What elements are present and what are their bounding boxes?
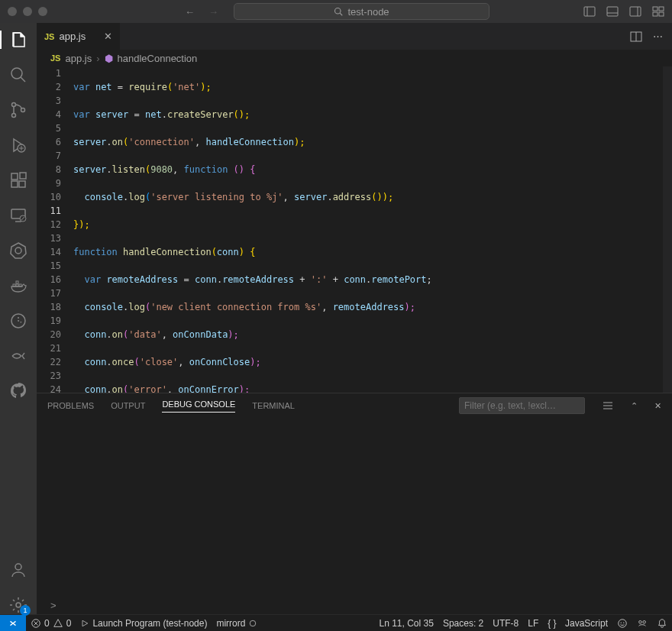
status-mirrord[interactable]: mirrord bbox=[212, 618, 262, 629]
github-icon[interactable] bbox=[0, 382, 37, 400]
svg-point-35 bbox=[15, 564, 21, 570]
chevron-right-icon: › bbox=[96, 53, 99, 64]
more-actions-icon[interactable]: ⋯ bbox=[653, 31, 663, 42]
status-launch[interactable]: Launch Program (test-node) bbox=[76, 618, 212, 629]
titlebar: ← → test-node bbox=[0, 0, 672, 23]
layout-customize-icon[interactable] bbox=[652, 5, 664, 18]
close-tab-icon[interactable]: ✕ bbox=[104, 31, 112, 42]
tab-output[interactable]: OUTPUT bbox=[111, 401, 145, 410]
close-panel-icon[interactable]: ✕ bbox=[654, 401, 661, 411]
svg-rect-33 bbox=[16, 281, 18, 283]
svg-point-0 bbox=[335, 8, 341, 15]
live-share-icon[interactable] bbox=[0, 312, 37, 330]
kubernetes-icon[interactable] bbox=[0, 241, 37, 260]
svg-point-12 bbox=[11, 68, 22, 79]
svg-rect-22 bbox=[19, 181, 25, 187]
extensions-icon[interactable] bbox=[0, 171, 37, 189]
minimap[interactable] bbox=[663, 66, 672, 393]
debug-repl[interactable]: > bbox=[37, 596, 672, 614]
status-language[interactable]: { } JavaScript bbox=[543, 618, 612, 629]
settings-icon[interactable] bbox=[0, 596, 37, 614]
nav-forward-icon[interactable]: → bbox=[208, 6, 218, 18]
status-prettier-icon[interactable] bbox=[632, 618, 652, 629]
svg-point-49 bbox=[639, 620, 642, 623]
chevron-up-icon[interactable]: ⌃ bbox=[631, 401, 638, 411]
svg-rect-21 bbox=[11, 181, 18, 187]
circle-icon bbox=[248, 619, 257, 628]
search-icon bbox=[334, 7, 343, 16]
settings-icon[interactable] bbox=[602, 400, 614, 412]
js-file-icon: JS bbox=[44, 32, 54, 41]
tab-debug-console[interactable]: DEBUG CONSOLE bbox=[162, 400, 235, 413]
status-bar: 0 0 Launch Program (test-node) mirrord L… bbox=[0, 614, 672, 631]
svg-rect-6 bbox=[630, 7, 641, 16]
breadcrumb[interactable]: JS app.js › ⬢ handleConnection bbox=[37, 50, 672, 66]
panel: PROBLEMS OUTPUT DEBUG CONSOLE TERMINAL ⌃… bbox=[37, 393, 672, 614]
tab-app-js[interactable]: JS app.js ✕ bbox=[37, 23, 121, 50]
maximize-window[interactable] bbox=[38, 7, 47, 16]
svg-rect-2 bbox=[584, 7, 595, 16]
svg-point-50 bbox=[643, 620, 646, 623]
layout-sidebar-right-icon[interactable] bbox=[629, 5, 641, 18]
editor-tabs: JS app.js ✕ ⋯ bbox=[37, 23, 672, 50]
svg-point-16 bbox=[21, 108, 25, 112]
remote-explorer-icon[interactable] bbox=[0, 206, 37, 225]
tab-label: app.js bbox=[59, 31, 86, 42]
svg-rect-11 bbox=[659, 12, 664, 16]
status-ln-col[interactable]: Ln 11, Col 35 bbox=[374, 618, 438, 629]
activity-bar bbox=[0, 23, 37, 614]
code-content[interactable]: var net = require('net'); var server = n… bbox=[73, 66, 672, 393]
status-errors[interactable]: 0 0 bbox=[26, 618, 76, 629]
svg-marker-28 bbox=[11, 243, 26, 258]
svg-point-36 bbox=[16, 603, 21, 607]
tab-problems[interactable]: PROBLEMS bbox=[47, 401, 94, 410]
window-controls bbox=[8, 7, 47, 16]
close-window[interactable] bbox=[8, 7, 17, 16]
filter-input[interactable] bbox=[459, 397, 585, 414]
tab-terminal[interactable]: TERMINAL bbox=[252, 401, 295, 410]
svg-rect-9 bbox=[659, 7, 664, 11]
svg-point-48 bbox=[623, 622, 624, 623]
breadcrumb-file: app.js bbox=[65, 53, 92, 64]
svg-line-13 bbox=[21, 77, 25, 82]
gitlens-icon[interactable] bbox=[0, 347, 37, 365]
source-control-icon[interactable] bbox=[0, 101, 37, 119]
search-icon[interactable] bbox=[0, 66, 37, 84]
svg-rect-4 bbox=[607, 7, 618, 16]
status-bell-icon[interactable] bbox=[652, 618, 672, 629]
docker-icon[interactable] bbox=[0, 277, 37, 295]
layout-sidebar-left-icon[interactable] bbox=[583, 5, 596, 18]
split-editor-icon[interactable] bbox=[630, 31, 642, 43]
title-search-text: test-node bbox=[347, 6, 389, 18]
svg-rect-23 bbox=[20, 173, 26, 179]
accounts-icon[interactable] bbox=[0, 561, 37, 579]
line-gutter: 1 2 3 4 5 6 7 8 9 10 11 12 13 14 15 16 1… bbox=[37, 66, 73, 393]
layout-panel-icon[interactable] bbox=[606, 5, 619, 18]
error-icon bbox=[31, 618, 41, 629]
method-icon: ⬢ bbox=[105, 53, 113, 64]
debug-icon bbox=[80, 619, 89, 628]
run-debug-icon[interactable] bbox=[0, 136, 37, 154]
breadcrumb-symbol: handleConnection bbox=[118, 53, 198, 64]
remote-button[interactable] bbox=[0, 615, 26, 632]
svg-rect-20 bbox=[11, 173, 18, 180]
status-feedback-icon[interactable] bbox=[612, 618, 632, 629]
nav-back-icon[interactable]: ← bbox=[185, 6, 195, 18]
js-file-icon: JS bbox=[50, 53, 60, 63]
explorer-icon[interactable] bbox=[0, 31, 37, 49]
status-eol[interactable]: LF bbox=[523, 618, 543, 629]
editor[interactable]: 1 2 3 4 5 6 7 8 9 10 11 12 13 14 15 16 1… bbox=[37, 66, 672, 393]
svg-point-46 bbox=[619, 619, 627, 627]
svg-point-15 bbox=[12, 114, 16, 118]
command-center[interactable]: test-node bbox=[234, 3, 489, 20]
svg-point-47 bbox=[621, 622, 622, 623]
debug-console-body bbox=[37, 418, 672, 596]
svg-point-45 bbox=[250, 620, 257, 626]
svg-rect-10 bbox=[653, 12, 657, 16]
minimize-window[interactable] bbox=[23, 7, 32, 16]
svg-line-1 bbox=[341, 13, 343, 15]
svg-point-29 bbox=[15, 248, 21, 254]
status-spaces[interactable]: Spaces: 2 bbox=[438, 618, 488, 629]
status-encoding[interactable]: UTF-8 bbox=[488, 618, 523, 629]
svg-rect-8 bbox=[653, 7, 657, 11]
